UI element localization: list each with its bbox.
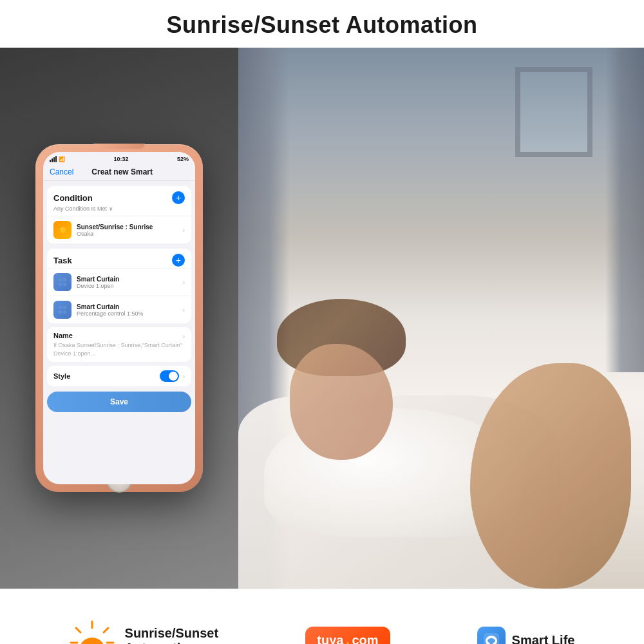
name-value: If Osaka Sunset/Sunrise : Sunrise,"Smart… <box>53 341 185 357</box>
smart-life-badge: Smart Life <box>477 627 575 645</box>
name-card: Name › If Osaka Sunset/Sunrise : Sunrise… <box>47 327 191 362</box>
sunrise-text-line2: Automation <box>125 641 219 645</box>
condition-item-sub: Osaka <box>77 231 183 237</box>
app-content: Condition + Any Condition Is Met ∨ ☀️ Su… <box>43 181 195 416</box>
signal-area: 📶 <box>50 156 65 162</box>
task-title: Task <box>53 256 72 265</box>
chevron-icon-3: › <box>183 307 185 314</box>
style-toggle[interactable] <box>160 370 179 382</box>
sun-svg <box>70 618 115 645</box>
curtain-icon-2 <box>53 301 71 319</box>
add-task-button[interactable]: + <box>172 254 185 267</box>
sunrise-text-line1: Sunrise/Sunset <box>125 626 219 641</box>
save-button[interactable]: Save <box>47 392 191 412</box>
task-1-sub: Device 1:open <box>77 283 183 289</box>
curtain-dots-icon <box>57 277 68 287</box>
style-label: Style <box>53 372 70 380</box>
main-content: 📶 10:32 52% Cancel Creat new Smart <box>0 48 644 589</box>
sunrise-icon: ☀️ <box>53 221 71 239</box>
phone-screen: 📶 10:32 52% Cancel Creat new Smart <box>43 152 195 484</box>
condition-title: Condition <box>53 193 93 203</box>
curtain-right <box>605 48 644 372</box>
sunrise-text: Sunrise/Sunset Automation <box>125 626 219 645</box>
clock: 10:32 <box>113 156 128 162</box>
tuya-badge: tuya . com <box>305 627 390 644</box>
smart-life-icon <box>477 627 506 645</box>
task-item-1[interactable]: Smart Curtain Device 1:open › <box>47 268 191 296</box>
name-row: Name › <box>53 332 185 341</box>
sun-icon <box>70 618 115 645</box>
page-title: Sunrise/Sunset Automation <box>0 12 644 39</box>
smart-life-text: Smart Life <box>512 633 575 644</box>
bottom-section: Sunrise/Sunset Automation tuya . com Sma… <box>0 589 644 644</box>
smart-life-svg <box>482 632 500 645</box>
task-2-title: Smart Curtain <box>77 303 183 310</box>
svg-line-2 <box>104 628 108 632</box>
svg-line-1 <box>76 628 80 632</box>
right-panel <box>238 48 644 589</box>
curtain-icon-1 <box>53 273 71 291</box>
curtain-dots-icon-2 <box>57 305 68 315</box>
style-card: Style › <box>47 366 191 386</box>
sunrise-logo: Sunrise/Sunset Automation <box>70 618 219 645</box>
phone-notch <box>93 144 145 149</box>
add-condition-button[interactable]: + <box>172 191 185 204</box>
task-header: Task + <box>47 249 191 268</box>
condition-item-title: Sunset/Sunrise : Sunrise <box>77 223 183 231</box>
name-label: Name <box>53 332 73 339</box>
task-card: Task + Smart Curtain <box>47 249 191 323</box>
battery-indicator: 52% <box>177 156 189 162</box>
status-bar: 📶 10:32 52% <box>43 152 195 165</box>
chevron-icon: › <box>183 227 185 234</box>
window-frame <box>515 67 592 157</box>
phone-mockup: 📶 10:32 52% Cancel Creat new Smart <box>35 144 203 492</box>
task-item-2[interactable]: Smart Curtain Percentage control 1:50% › <box>47 296 191 323</box>
signal-icon <box>50 156 57 162</box>
style-chevron: › <box>183 373 185 380</box>
tuya-logo-text: tuya <box>317 633 343 644</box>
condition-item-text: Sunset/Sunrise : Sunrise Osaka <box>77 223 183 237</box>
chevron-icon-2: › <box>183 279 185 286</box>
wifi-icon: 📶 <box>59 156 65 162</box>
condition-card: Condition + Any Condition Is Met ∨ ☀️ Su… <box>47 186 191 243</box>
condition-subtitle: Any Condition Is Met ∨ <box>47 205 191 216</box>
condition-item-sunrise[interactable]: ☀️ Sunset/Sunrise : Sunrise Osaka › <box>47 216 191 243</box>
page-header: Sunrise/Sunset Automation <box>0 0 644 48</box>
cancel-button[interactable]: Cancel <box>50 167 73 176</box>
task-1-text: Smart Curtain Device 1:open <box>77 276 183 289</box>
condition-header: Condition + <box>47 186 191 205</box>
task-2-sub: Percentage control 1:50% <box>77 310 183 317</box>
left-panel: 📶 10:32 52% Cancel Creat new Smart <box>0 48 238 589</box>
app-nav-bar: Cancel Creat new Smart <box>43 165 195 181</box>
tuya-domain: com <box>352 633 378 644</box>
tuya-dot: . <box>346 634 349 644</box>
task-1-title: Smart Curtain <box>77 276 183 283</box>
style-right: › <box>160 370 185 382</box>
name-chevron: › <box>183 333 185 340</box>
nav-title: Creat new Smart <box>91 167 153 176</box>
task-2-text: Smart Curtain Percentage control 1:50% <box>77 303 183 317</box>
